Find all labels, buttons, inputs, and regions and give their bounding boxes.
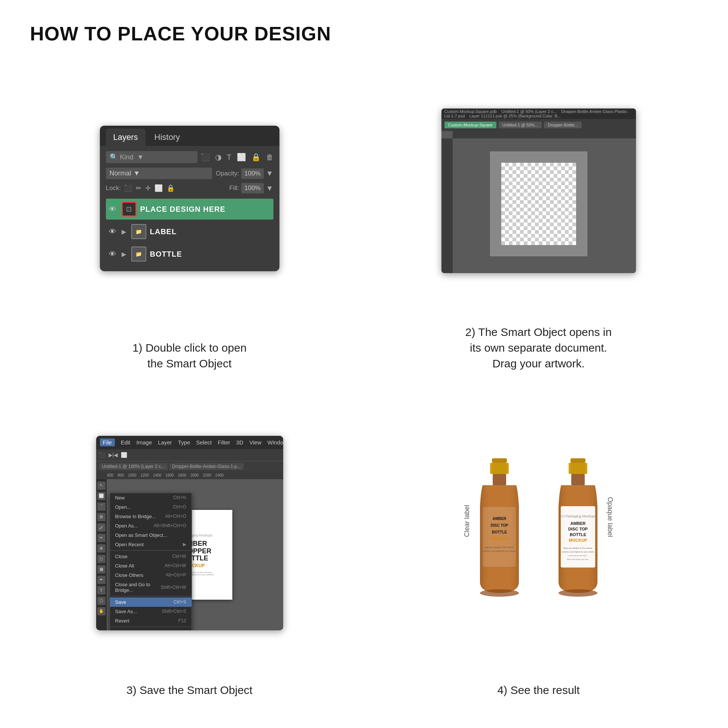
tool-crop[interactable]: ⊞ bbox=[97, 513, 106, 521]
layer-place-design[interactable]: 👁 PLACE DESIGN HERE bbox=[106, 199, 274, 220]
fill-value[interactable]: 100% bbox=[241, 183, 263, 193]
folder-thumb-3: 📁 bbox=[131, 246, 146, 262]
tool-brush[interactable]: ✏ bbox=[97, 534, 106, 542]
svg-rect-0 bbox=[492, 458, 507, 463]
bottle-opaque-svg: OJ Packaging Mockups AMBER DISC TOP BOTT… bbox=[548, 454, 608, 612]
tool-shape[interactable]: ⬡ bbox=[97, 597, 106, 605]
menu-item-close-all[interactable]: Close All Alt+Ctrl+W bbox=[110, 561, 191, 570]
smart-icon: 🔒 bbox=[251, 153, 261, 162]
caption-3: 3) Save the Smart Object bbox=[127, 682, 252, 698]
lock-move-icon[interactable]: ⬜ bbox=[154, 184, 163, 192]
photoshop-app: File Edit Image Layer Type Select Filter… bbox=[96, 436, 283, 630]
menu-type[interactable]: Type bbox=[178, 439, 190, 445]
doc-tab-3[interactable]: Dropper-Bottle... bbox=[544, 122, 582, 128]
lock-artboards-icon[interactable]: ✛ bbox=[145, 184, 151, 192]
search-box[interactable]: 🔍 Kind ▼ bbox=[106, 151, 198, 163]
menu-item-recent-label: Open Recent bbox=[115, 542, 144, 547]
menu-item-save-as[interactable]: Save As... Shift+Ctrl+S bbox=[110, 607, 191, 616]
pixel-icon: ⬛ bbox=[200, 153, 210, 162]
menu-item-new-label: New bbox=[115, 495, 125, 500]
menu-item-revert[interactable]: Revert F12 bbox=[110, 616, 191, 626]
tool-gradient[interactable]: ▦ bbox=[97, 565, 106, 574]
menu-item-close-go[interactable]: Close and Go to Bridge... Shift+Ctrl+W bbox=[110, 580, 191, 595]
menu-file[interactable]: File bbox=[100, 439, 115, 446]
menu-item-close-all-label: Close All bbox=[115, 563, 134, 569]
menu-edit[interactable]: Edit bbox=[121, 439, 130, 445]
menu-item-close-others[interactable]: Close Others Alt+Ctrl+P bbox=[110, 570, 191, 580]
doc-topbar: Custom-Mockup-Square.pdb Untitled-1 @ 50… bbox=[442, 109, 636, 119]
eye-icon-1[interactable]: 👁 bbox=[107, 204, 118, 214]
lock-pixels-icon[interactable]: ⬛ bbox=[124, 184, 132, 192]
menu-item-bridge[interactable]: Browse in Bridge... Alt+Ctrl+O bbox=[110, 512, 191, 521]
app-tabs: Untitled-1 @ 100% (Layer 2 c... Dropper-… bbox=[96, 461, 283, 472]
menu-item-export-arrow: ▶ bbox=[183, 630, 186, 630]
menu-item-recent-arrow: ▶ bbox=[183, 542, 186, 547]
menu-select[interactable]: Select bbox=[196, 439, 212, 445]
doc-tab-active[interactable]: Custom-Mockup-Square bbox=[444, 122, 496, 128]
blend-mode-dropdown[interactable]: Normal ▼ bbox=[106, 168, 212, 179]
menu-item-close-label: Close bbox=[115, 554, 128, 559]
svg-text:DISC TOP: DISC TOP bbox=[491, 523, 508, 528]
menu-item-recent[interactable]: Open Recent ▶ bbox=[110, 540, 191, 549]
menu-item-open-as[interactable]: Open As... Alt+Shift+Ctrl+O bbox=[110, 521, 191, 531]
menu-item-save[interactable]: Save Ctrl+S bbox=[110, 598, 191, 607]
doc-tab-2[interactable]: Untitled-1 @ 50%... bbox=[499, 122, 542, 128]
svg-text:MOCKUP: MOCKUP bbox=[491, 537, 508, 541]
tab-layers[interactable]: Layers bbox=[106, 129, 145, 146]
lock-position-icon[interactable]: ✏ bbox=[136, 184, 141, 192]
tool-eyedropper[interactable]: 🖉 bbox=[97, 523, 106, 532]
tool-eraser[interactable]: ◻ bbox=[97, 555, 106, 563]
tool-hand[interactable]: ✋ bbox=[97, 607, 106, 615]
tool-move[interactable]: ↖ bbox=[97, 482, 106, 490]
tab-history[interactable]: History bbox=[147, 129, 187, 146]
search-label: Kind bbox=[120, 153, 133, 161]
app-tab-2[interactable]: Dropper-Bottle-Amber-Glass-1-p... bbox=[169, 463, 243, 470]
opacity-value[interactable]: 100% bbox=[241, 168, 263, 179]
tool-text[interactable]: T bbox=[97, 586, 106, 595]
menu-window[interactable]: Window bbox=[268, 439, 283, 445]
toolbar-icon-1: ⬛ bbox=[99, 452, 106, 458]
tool-select[interactable]: ⬜ bbox=[97, 492, 106, 500]
menu-item-open-smart-label: Open as Smart Object... bbox=[115, 532, 167, 538]
layer-bottle[interactable]: 👁 ▶ 📁 BOTTLE bbox=[106, 243, 274, 265]
tool-clone[interactable]: ⊕ bbox=[97, 544, 106, 552]
layer-name-3: BOTTLE bbox=[150, 250, 182, 258]
menu-item-new[interactable]: New Ctrl+N bbox=[110, 493, 191, 502]
canvas-checkerboard bbox=[501, 163, 576, 245]
menu-view[interactable]: View bbox=[249, 439, 262, 445]
menu-image[interactable]: Image bbox=[136, 439, 152, 445]
lock-all-icon[interactable]: 🔒 bbox=[167, 184, 175, 192]
bottle-clear: Clear label bbox=[470, 454, 529, 612]
search-dropdown-arrow: ▼ bbox=[137, 153, 144, 161]
svg-text:MOCKUP: MOCKUP bbox=[569, 538, 587, 543]
lock-icons: ⬛ ✏ ✛ ⬜ 🔒 bbox=[124, 184, 175, 192]
ruler-horizontal bbox=[453, 131, 636, 138]
layer-label[interactable]: 👁 ▶ 📁 LABEL bbox=[106, 221, 274, 242]
shape-icon: ⬜ bbox=[237, 153, 246, 162]
blend-dropdown-arrow: ▼ bbox=[133, 170, 140, 177]
eye-icon-2[interactable]: 👁 bbox=[107, 226, 118, 237]
menu-item-open-smart[interactable]: Open as Smart Object... bbox=[110, 531, 191, 540]
tool-pen[interactable]: ✒ bbox=[97, 576, 106, 584]
menu-filter[interactable]: Filter bbox=[218, 439, 230, 445]
menu-item-save-label: Save bbox=[115, 599, 127, 605]
svg-text:OJ Packaging Mockups: OJ Packaging Mockups bbox=[560, 514, 596, 518]
bottle-clear-svg: AMBER DISC TOP BOTTLE MOCKUP Apply your … bbox=[470, 454, 529, 612]
svg-text:Contains smart objects for you: Contains smart objects for your artwork. bbox=[483, 550, 515, 552]
svg-rect-2 bbox=[492, 463, 507, 474]
app-tab-1[interactable]: Untitled-1 @ 100% (Layer 2 c... bbox=[99, 463, 168, 470]
menu-item-open[interactable]: Open... Ctrl+O bbox=[110, 502, 191, 512]
menu-item-export[interactable]: Export ▶ bbox=[110, 628, 191, 630]
canvas-background bbox=[490, 151, 587, 256]
menu-item-close[interactable]: Close Ctrl+W bbox=[110, 552, 191, 561]
svg-text:Contains smart objects for you: Contains smart objects for your artwork. bbox=[561, 551, 594, 553]
menu-3d[interactable]: 3D bbox=[236, 439, 243, 445]
layer-arrow-3: ▶ bbox=[122, 251, 126, 258]
toolbar-icon-2: ▶|◀ bbox=[109, 452, 118, 458]
doc-topbar-text: Custom-Mockup-Square.pdb Untitled-1 @ 50… bbox=[444, 109, 633, 118]
tool-lasso[interactable]: ⌒ bbox=[97, 502, 106, 511]
menu-item-close-go-label: Close and Go to Bridge... bbox=[115, 582, 161, 593]
doc-canvas-area bbox=[442, 131, 636, 273]
menu-layer[interactable]: Layer bbox=[158, 439, 172, 445]
eye-icon-3[interactable]: 👁 bbox=[107, 249, 118, 259]
